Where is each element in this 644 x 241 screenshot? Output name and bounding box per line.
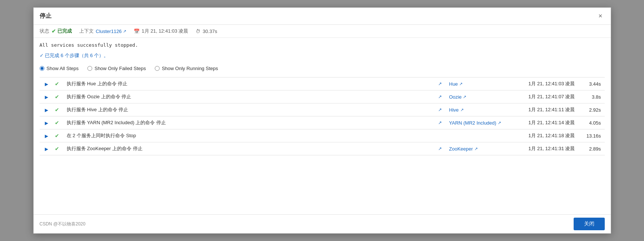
radio-show-running[interactable]: Show Only Running Steps bbox=[155, 66, 218, 71]
radio-all-input[interactable] bbox=[40, 66, 44, 71]
service-link-icon: ↗ bbox=[438, 107, 442, 112]
modal-meta-bar: 状态 已完成 上下文 Cluster1126 ↗ 📅 1月 21, 12:41:… bbox=[34, 25, 611, 38]
context-item: 上下文 Cluster1126 ↗ bbox=[79, 28, 126, 34]
radio-running-label: Show Only Running Steps bbox=[162, 66, 218, 71]
external-icon: ↗ bbox=[498, 121, 501, 125]
date-value: 1月 21, 12:41:03 凌晨 bbox=[142, 28, 188, 34]
step-service-name: YARN (MR2 Included) bbox=[449, 120, 497, 126]
external-icon: ↗ bbox=[459, 82, 463, 86]
step-service-link[interactable]: Hive↗ bbox=[449, 107, 508, 113]
step-duration: 3.8s bbox=[592, 94, 601, 100]
step-duration: 2.92s bbox=[589, 107, 601, 113]
modal-close-button[interactable]: × bbox=[596, 11, 605, 21]
step-service-link[interactable]: Oozie↗ bbox=[449, 94, 508, 100]
step-expand-icon[interactable]: ▶ bbox=[43, 121, 50, 126]
calendar-icon: 📅 bbox=[134, 29, 140, 34]
context-label: 上下文 bbox=[79, 28, 94, 34]
step-duration: 13.16s bbox=[586, 133, 601, 139]
radio-all-label: Show All Steps bbox=[47, 66, 79, 71]
step-duration: 3.44s bbox=[589, 81, 601, 87]
external-icon: ↗ bbox=[460, 108, 464, 112]
step-time: 1月 21, 12:41:31 凌晨 bbox=[528, 146, 575, 151]
duration-value: 30.37s bbox=[203, 29, 217, 34]
step-status-icon: ✔ bbox=[55, 94, 59, 100]
step-service-link[interactable]: ZooKeeper↗ bbox=[449, 146, 508, 152]
service-link-icon: ↗ bbox=[438, 146, 442, 151]
duration-item: ⏱ 30.37s bbox=[196, 29, 217, 34]
radio-show-failed[interactable]: Show Only Failed Steps bbox=[87, 66, 146, 71]
table-row: ▶✔执行服务 Hive 上的命令 停止↗Hive↗1月 21, 12:41:11… bbox=[40, 103, 605, 116]
step-expand-icon[interactable]: ▶ bbox=[43, 108, 50, 113]
step-duration: 4.05s bbox=[589, 120, 601, 126]
modal-footer: CSDN @不以物喜2020 关闭 bbox=[34, 214, 611, 233]
step-status-icon: ✔ bbox=[55, 133, 59, 139]
step-status-icon: ✔ bbox=[55, 81, 59, 87]
status-label: 状态 bbox=[40, 28, 49, 34]
step-service-link[interactable]: YARN (MR2 Included)↗ bbox=[449, 120, 508, 126]
step-service-name: Hive bbox=[449, 107, 459, 113]
table-row: ▶✔执行服务 YARN (MR2 Included) 上的命令 停止↗YARN … bbox=[40, 116, 605, 129]
service-link-icon: ↗ bbox=[438, 120, 442, 125]
console-output: All services successfully stopped. bbox=[40, 42, 605, 48]
step-expand-icon[interactable]: ▶ bbox=[43, 146, 50, 152]
step-expand-icon[interactable]: ▶ bbox=[43, 95, 50, 100]
step-description: 执行服务 Oozie 上的命令 停止 bbox=[67, 94, 131, 99]
step-service-name: Oozie bbox=[449, 94, 462, 100]
radio-show-all[interactable]: Show All Steps bbox=[40, 66, 79, 71]
step-time: 1月 21, 12:41:18 凌晨 bbox=[528, 133, 575, 138]
step-duration: 2.89s bbox=[589, 146, 601, 152]
table-row: ▶✔执行服务 Oozie 上的命令 停止↗Oozie↗1月 21, 12:41:… bbox=[40, 90, 605, 103]
step-status-icon: ✔ bbox=[55, 107, 59, 113]
radio-failed-input[interactable] bbox=[87, 66, 92, 71]
close-modal-button[interactable]: 关闭 bbox=[574, 218, 605, 230]
modal-body: All services successfully stopped. ✓ 已完成… bbox=[34, 38, 611, 214]
filter-radio-group: Show All Steps Show Only Failed Steps Sh… bbox=[40, 63, 605, 73]
step-expand-icon[interactable]: ▶ bbox=[43, 133, 50, 139]
step-time: 1月 21, 12:41:07 凌晨 bbox=[528, 94, 575, 99]
clock-icon: ⏱ bbox=[196, 29, 200, 34]
step-status-icon: ✔ bbox=[55, 120, 59, 126]
step-description: 执行服务 YARN (MR2 Included) 上的命令 停止 bbox=[67, 120, 166, 125]
step-description: 执行服务 ZooKeeper 上的命令 停止 bbox=[67, 146, 143, 151]
step-service-name: ZooKeeper bbox=[449, 146, 473, 152]
external-icon: ↗ bbox=[474, 146, 478, 151]
cluster-name: Cluster1126 bbox=[96, 29, 122, 34]
modal-header: 停止 × bbox=[34, 8, 611, 25]
modal-overlay: 停止 × 状态 已完成 上下文 Cluster1126 ↗ 📅 1月 21, 1… bbox=[0, 0, 644, 241]
modal-dialog: 停止 × 状态 已完成 上下文 Cluster1126 ↗ 📅 1月 21, 1… bbox=[33, 7, 611, 234]
step-expand-icon[interactable]: ▶ bbox=[43, 82, 50, 87]
table-row: ▶✔执行服务 ZooKeeper 上的命令 停止↗ZooKeeper↗1月 21… bbox=[40, 142, 605, 155]
external-link-icon: ↗ bbox=[123, 29, 126, 34]
step-service-link[interactable]: Hue↗ bbox=[449, 81, 508, 87]
status-item: 状态 已完成 bbox=[40, 28, 72, 34]
step-service-name: Hue bbox=[449, 81, 458, 87]
step-description: 执行服务 Hue 上的命令 停止 bbox=[67, 81, 128, 86]
table-row: ▶✔执行服务 Hue 上的命令 停止↗Hue↗1月 21, 12:41:03 凌… bbox=[40, 77, 605, 90]
footer-brand: CSDN @不以物喜2020 bbox=[40, 221, 86, 227]
step-time: 1月 21, 12:41:14 凌晨 bbox=[528, 120, 575, 125]
cluster-link[interactable]: Cluster1126 ↗ bbox=[96, 29, 126, 34]
step-time: 1月 21, 12:41:11 凌晨 bbox=[528, 107, 575, 112]
service-link-icon: ↗ bbox=[438, 94, 442, 99]
steps-summary[interactable]: ✓ 已完成 6 个步骤（共 6 个）。 bbox=[40, 52, 605, 59]
date-item: 📅 1月 21, 12:41:03 凌晨 bbox=[134, 28, 188, 34]
external-icon: ↗ bbox=[463, 95, 466, 99]
steps-table: ▶✔执行服务 Hue 上的命令 停止↗Hue↗1月 21, 12:41:03 凌… bbox=[40, 77, 605, 155]
step-description: 执行服务 Hive 上的命令 停止 bbox=[67, 107, 129, 112]
step-status-icon: ✔ bbox=[55, 146, 59, 152]
table-row: ▶✔在 2 个服务上同时执行命令 Stop1月 21, 12:41:18 凌晨1… bbox=[40, 129, 605, 142]
step-description: 在 2 个服务上同时执行命令 Stop bbox=[67, 133, 136, 138]
status-value: 已完成 bbox=[51, 28, 72, 34]
step-time: 1月 21, 12:41:03 凌晨 bbox=[528, 81, 575, 86]
radio-running-input[interactable] bbox=[155, 66, 160, 71]
modal-title: 停止 bbox=[40, 12, 51, 20]
service-link-icon: ↗ bbox=[438, 81, 442, 86]
radio-failed-label: Show Only Failed Steps bbox=[94, 66, 146, 71]
